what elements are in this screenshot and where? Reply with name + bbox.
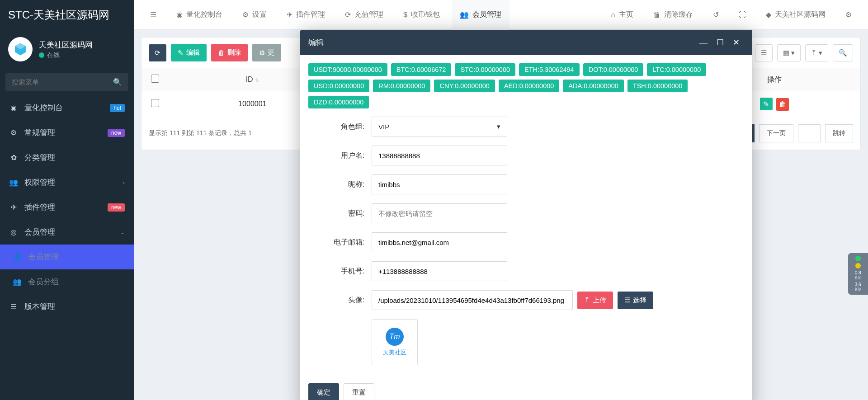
balance-tag: USDT:90000.00000000 <box>308 63 387 76</box>
refresh-button[interactable]: ⟳ <box>149 44 166 61</box>
list-toggle-button[interactable]: ☰ <box>755 44 773 61</box>
brand-title: STC-天美社区源码网 <box>0 0 134 30</box>
network-stats-widget: 0.8K/s 3.6K/s <box>848 253 868 295</box>
topbar-right-icon[interactable]: ⚙ <box>837 0 860 30</box>
sidebar-item-权限管理[interactable]: 👥权限管理‹ <box>0 170 134 195</box>
balance-tag: DOT:0.00000000 <box>583 63 644 76</box>
delete-button[interactable]: 🗑 删除 <box>211 44 248 61</box>
nav-label: 插件管理 <box>24 202 101 212</box>
page-input[interactable] <box>798 124 821 142</box>
balance-tag: RM:0.00000000 <box>373 80 430 92</box>
topbar-icon: 👥 <box>460 10 469 19</box>
search-icon[interactable]: 🔍 <box>113 78 122 86</box>
maximize-icon[interactable]: ☐ <box>712 38 728 47</box>
topbar-right-清除缓存[interactable]: 🗑清除缓存 <box>645 0 701 30</box>
topbar-item-收币钱包[interactable]: $收币钱包 <box>395 0 448 30</box>
more-button[interactable]: ⚙ 更 <box>252 44 281 61</box>
topbar-label: 设置 <box>252 10 267 19</box>
jump-button[interactable]: 跳转 <box>825 124 853 142</box>
sidebar-item-会员管理[interactable]: ◎会员管理⌄ <box>0 220 134 245</box>
row-delete-button[interactable]: 🗑 <box>776 98 789 111</box>
topbar-icon: ⛶ <box>739 11 746 19</box>
phone-input[interactable] <box>372 261 507 281</box>
topbar-item-menu[interactable]: ☰ <box>142 0 165 30</box>
nav-icon: ◉ <box>9 104 18 112</box>
modal-footer: 确定 重置 <box>300 378 752 400</box>
row-edit-button[interactable]: ✎ <box>760 98 773 110</box>
nav-badge: new <box>108 129 125 137</box>
select-button[interactable]: ☰ 选择 <box>618 292 653 309</box>
nav-icon: 👥 <box>13 278 22 286</box>
close-icon[interactable]: ✕ <box>728 38 744 47</box>
role-select[interactable]: VIP▾ <box>372 117 507 136</box>
topbar-label: 量化控制台 <box>186 10 222 19</box>
sidebar-item-分类管理[interactable]: ✿分类管理 <box>0 145 134 170</box>
label-nickname: 昵称: <box>308 180 372 189</box>
topbar-label: 插件管理 <box>296 10 325 19</box>
chevron-icon: ⌄ <box>120 229 125 235</box>
edit-modal: 编辑 — ☐ ✕ USDT:90000.00000000BTC:0.000066… <box>300 30 752 400</box>
sidebar-item-量化控制台[interactable]: ◉量化控制台hot <box>0 95 134 120</box>
grid-toggle-button[interactable]: ▦ ▾ <box>777 44 801 61</box>
nav-icon: ✈ <box>9 203 18 212</box>
topbar: ☰◉量化控制台⚙设置✈插件管理⟳充值管理$收币钱包👥会员管理⌂主页🗑清除缓存↺⛶… <box>134 0 868 30</box>
topbar-icon: $ <box>403 11 407 19</box>
nickname-input[interactable] <box>372 174 507 194</box>
sidebar-item-常规管理[interactable]: ⚙常规管理new <box>0 120 134 145</box>
row-checkbox[interactable] <box>151 99 159 107</box>
topbar-item-充值管理[interactable]: ⟳充值管理 <box>337 0 392 30</box>
reset-button[interactable]: 重置 <box>344 383 374 400</box>
minimize-icon[interactable]: — <box>695 38 712 47</box>
label-role: 角色组: <box>308 122 372 132</box>
next-page-button[interactable]: 下一页 <box>759 124 793 142</box>
sidebar-search[interactable]: 🔍 <box>5 73 128 91</box>
select-all-checkbox[interactable] <box>151 75 159 83</box>
search-input[interactable] <box>12 78 113 86</box>
balance-tag: TSH:0.00000000 <box>627 80 688 92</box>
balance-tag: STC:0.00000000 <box>455 63 515 76</box>
topbar-item-会员管理[interactable]: 👥会员管理 <box>452 0 509 30</box>
search-button[interactable]: 🔍 <box>833 44 853 61</box>
topbar-right-icon[interactable]: ⛶ <box>731 0 754 30</box>
export-button[interactable]: ⤒ ▾ <box>805 44 828 61</box>
nav-icon: 👤 <box>13 253 22 261</box>
sidebar-item-插件管理[interactable]: ✈插件管理new <box>0 195 134 220</box>
preview-logo-icon: Tm <box>386 328 404 346</box>
topbar-right-天美社区源码网[interactable]: ◆天美社区源码网 <box>758 0 834 30</box>
balance-tag: USD:0.00000000 <box>308 80 369 92</box>
email-input[interactable] <box>372 232 507 252</box>
topbar-item-设置[interactable]: ⚙设置 <box>234 0 275 30</box>
edit-button[interactable]: ✎ 编辑 <box>171 44 207 61</box>
stat-dot-green <box>855 256 861 261</box>
balance-tag: ADA:0.00000000 <box>563 80 623 92</box>
topbar-right-icon[interactable]: ↺ <box>705 0 727 30</box>
topbar-icon: ↺ <box>713 10 719 19</box>
username-input[interactable] <box>372 146 507 165</box>
sidebar-subitem-会员分组[interactable]: 👥会员分组 <box>0 269 134 294</box>
nav-icon: ☰ <box>9 302 18 311</box>
topbar-item-插件管理[interactable]: ✈插件管理 <box>278 0 333 30</box>
upload-button[interactable]: ⤒ 上传 <box>577 292 613 309</box>
ok-button[interactable]: 确定 <box>308 383 339 400</box>
modal-header: 编辑 — ☐ ✕ <box>300 30 752 55</box>
topbar-icon: ◉ <box>176 10 183 19</box>
nav-label: 会员管理 <box>28 252 125 262</box>
chevron-down-icon: ▾ <box>497 122 500 131</box>
user-avatar <box>8 37 33 61</box>
modal-title: 编辑 <box>308 38 695 48</box>
avatar-input[interactable] <box>372 290 573 310</box>
topbar-item-量化控制台[interactable]: ◉量化控制台 <box>168 0 231 30</box>
avatar-preview: Tm 天美社区 <box>372 319 418 365</box>
user-name: 天美社区源码网 <box>39 40 93 50</box>
nav-label: 权限管理 <box>24 177 117 188</box>
sidebar-subitem-会员管理[interactable]: 👤会员管理 <box>0 245 134 269</box>
content: ⟳ ✎ 编辑 🗑 删除 ⚙ 更 ☰ ▦ ▾ ⤒ ▾ 🔍 ID ⇅ <box>134 30 868 400</box>
label-username: 用户名: <box>308 151 372 160</box>
topbar-label: 天美社区源码网 <box>775 10 826 19</box>
password-input[interactable] <box>372 203 507 223</box>
nav-label: 常规管理 <box>24 127 101 138</box>
balance-tag: AED:0.00000000 <box>499 80 559 92</box>
sidebar-item-版本管理[interactable]: ☰版本管理 <box>0 294 134 319</box>
topbar-right-主页[interactable]: ⌂主页 <box>603 0 642 30</box>
topbar-icon: ◆ <box>766 10 771 19</box>
